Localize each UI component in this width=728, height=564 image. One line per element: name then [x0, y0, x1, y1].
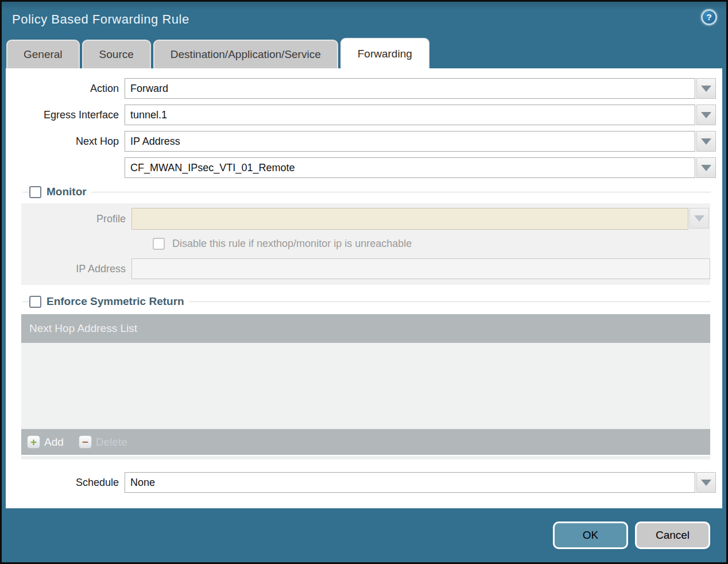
- schedule-row: Schedule None: [6, 472, 722, 493]
- next-hop-type-select[interactable]: IP Address: [125, 131, 695, 152]
- egress-interface-dropdown-button[interactable]: [696, 105, 716, 125]
- add-button[interactable]: + Add: [27, 435, 64, 449]
- profile-select: [131, 208, 688, 230]
- delete-button: − Delete: [79, 435, 127, 449]
- tab-general[interactable]: General: [6, 40, 80, 68]
- chevron-down-icon: [701, 86, 711, 92]
- tab-bar: General Source Destination/Application/S…: [2, 37, 726, 68]
- help-icon: ?: [703, 11, 715, 24]
- chevron-down-icon: [701, 480, 711, 486]
- enforce-symmetric-return-checkbox[interactable]: [29, 296, 41, 308]
- next-hop-address-select[interactable]: CF_MWAN_IPsec_VTI_01_Remote: [125, 157, 695, 178]
- ok-button[interactable]: OK: [553, 521, 628, 549]
- next-hop-address-list-toolbar: + Add − Delete: [21, 429, 710, 455]
- tab-destination-application-service-label: Destination/Application/Service: [171, 48, 321, 61]
- next-hop-type-dropdown-button[interactable]: [696, 131, 716, 152]
- chevron-down-icon: [701, 165, 711, 171]
- action-dropdown-button[interactable]: [696, 78, 716, 99]
- next-hop-row: Next Hop IP Address: [6, 131, 722, 152]
- dialog-titlebar: Policy Based Forwarding Rule ?: [2, 2, 726, 37]
- monitor-checkbox[interactable]: [29, 186, 41, 198]
- policy-based-forwarding-dialog: Policy Based Forwarding Rule ? General S…: [2, 2, 726, 562]
- disable-rule-checkbox: [153, 238, 165, 250]
- next-hop-address-list-table: Next Hop Address List + Add − Delete: [21, 314, 710, 455]
- dialog-title: Policy Based Forwarding Rule: [12, 12, 189, 27]
- monitor-section-head: Monitor: [22, 184, 711, 200]
- action-row: Action Forward: [6, 78, 722, 99]
- next-hop-address-list-header: Next Hop Address List: [21, 314, 710, 343]
- action-label: Action: [6, 78, 119, 99]
- forwarding-tab-panel: Action Forward Egress Interface tunnel.1: [6, 68, 722, 508]
- delete-button-label: Delete: [96, 436, 127, 449]
- tab-source-label: Source: [99, 48, 134, 61]
- cancel-button[interactable]: Cancel: [635, 521, 710, 549]
- tab-forwarding[interactable]: Forwarding: [340, 38, 429, 68]
- chevron-down-icon: [694, 215, 704, 222]
- egress-interface-label: Egress Interface: [6, 105, 119, 125]
- tab-destination-application-service[interactable]: Destination/Application/Service: [153, 40, 338, 68]
- next-hop-address-row: CF_MWAN_IPsec_VTI_01_Remote: [6, 157, 722, 178]
- profile-label: Profile: [21, 208, 126, 230]
- enforce-symmetric-return-title: Enforce Symmetric Return: [47, 295, 184, 308]
- screenshot-frame: Policy Based Forwarding Rule ? General S…: [0, 0, 728, 564]
- next-hop-label: Next Hop: [6, 131, 119, 152]
- plus-icon: +: [27, 435, 40, 449]
- schedule-label: Schedule: [6, 472, 119, 493]
- minus-icon: −: [79, 435, 92, 449]
- tab-source[interactable]: Source: [82, 40, 151, 68]
- monitor-ip-address-row: IP Address: [21, 258, 710, 279]
- chevron-down-icon: [701, 112, 711, 118]
- next-hop-address-list-body[interactable]: [21, 343, 710, 429]
- schedule-dropdown-button[interactable]: [696, 472, 716, 493]
- tab-general-label: General: [24, 48, 63, 61]
- dialog-footer: OK Cancel: [2, 508, 726, 562]
- egress-interface-select[interactable]: tunnel.1: [125, 105, 695, 125]
- tab-forwarding-label: Forwarding: [358, 48, 412, 60]
- help-button[interactable]: ?: [701, 9, 717, 25]
- monitor-ip-address-label: IP Address: [21, 258, 126, 279]
- monitor-panel: Profile Disable this rule if nexthop/mon…: [21, 203, 710, 285]
- action-select[interactable]: Forward: [125, 78, 695, 99]
- fieldset-bottom-strip: [21, 456, 710, 459]
- monitor-ip-address-input: [131, 258, 710, 279]
- egress-interface-row: Egress Interface tunnel.1: [6, 105, 722, 125]
- add-button-label: Add: [44, 436, 64, 449]
- profile-row: Profile: [21, 208, 710, 230]
- disable-rule-label: Disable this rule if nexthop/monitor ip …: [172, 238, 412, 250]
- chevron-down-icon: [701, 138, 711, 145]
- profile-dropdown-button: [690, 208, 709, 229]
- next-hop-address-list-header-label: Next Hop Address List: [29, 322, 137, 335]
- next-hop-address-dropdown-button[interactable]: [696, 157, 716, 178]
- monitor-section-title: Monitor: [47, 186, 87, 198]
- schedule-select[interactable]: None: [125, 472, 695, 493]
- disable-rule-row: Disable this rule if nexthop/monitor ip …: [153, 238, 710, 250]
- enforce-symmetric-return-section-head: Enforce Symmetric Return: [22, 293, 711, 310]
